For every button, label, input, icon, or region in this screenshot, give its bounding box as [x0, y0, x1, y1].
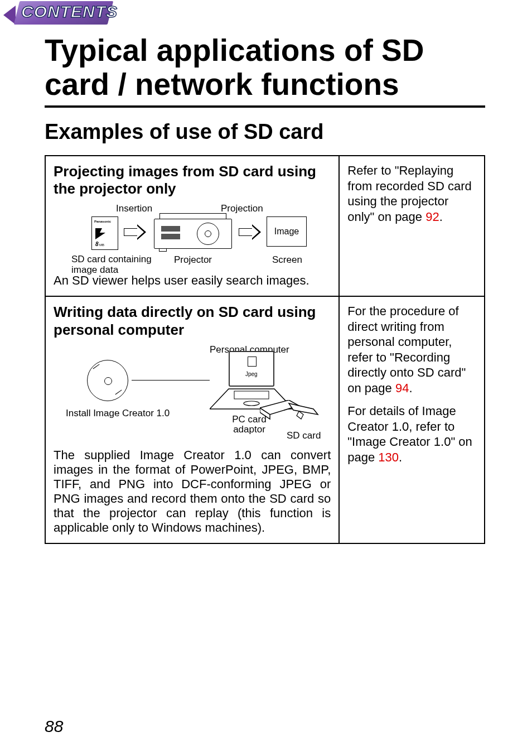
row2-heading: Writing data directly on SD card using p… [54, 304, 331, 338]
label-image: Image [274, 227, 299, 237]
row1-left: Projecting images from SD card using the… [46, 156, 340, 296]
row2-ref2-tail: . [399, 450, 402, 464]
row2-ref-p1: For the procedure of direct writing from… [347, 304, 476, 396]
row2-ref-p2: For details of Image Creator 1.0, refer … [347, 403, 476, 465]
table-row: Projecting images from SD card using the… [46, 156, 484, 297]
row1-ref-lead: Refer to "Replaying from recorded SD car… [347, 163, 472, 224]
row2-ref: For the procedure of direct writing from… [340, 297, 484, 542]
svg-text:8: 8 [95, 241, 99, 247]
svg-marker-8 [289, 403, 318, 415]
page-link-94[interactable]: 94 [395, 381, 409, 395]
label-install: Install Image Creator 1.0 [66, 408, 170, 419]
sd-card-icon: Panasonic 8 MB [91, 216, 118, 250]
label-sd-caption: SD card containing image data [71, 254, 161, 275]
label-projector: Projector [174, 254, 212, 266]
row2-left: Writing data directly on SD card using p… [46, 297, 340, 542]
arrow-icon [124, 224, 146, 240]
label-projection: Projection [221, 203, 263, 214]
page-link-92[interactable]: 92 [425, 210, 439, 224]
projector-icon [154, 213, 232, 252]
back-triangle-icon [3, 6, 16, 25]
screen-icon: Image [267, 216, 307, 247]
contents-tab-label: CONTENTS [21, 2, 118, 21]
connector-line [132, 380, 210, 381]
row2-diagram: Personal computer Jpeg [54, 344, 331, 445]
page-number: 88 [45, 717, 63, 736]
section-subtitle: Examples of use of SD card [45, 120, 532, 144]
svg-text:MB: MB [99, 243, 104, 247]
row2-ref2-lead: For details of Image Creator 1.0, refer … [347, 404, 472, 464]
examples-table: Projecting images from SD card using the… [45, 155, 485, 544]
page-title: Typical applications of SD card / networ… [45, 33, 485, 108]
row1-desc: An SD viewer helps user easily search im… [54, 273, 331, 288]
contents-header[interactable]: CONTENTS [0, 0, 532, 30]
row1-ref-text: Refer to "Replaying from recorded SD car… [347, 163, 476, 224]
label-sd-card: SD card [287, 430, 321, 441]
row2-desc: The supplied Image Creator 1.0 can conve… [54, 448, 331, 535]
svg-text:Panasonic: Panasonic [94, 220, 112, 223]
row1-diagram: Insertion Projection Panasonic 8 MB [54, 203, 331, 270]
page-link-130[interactable]: 130 [378, 450, 399, 464]
label-jpeg: Jpeg [245, 371, 258, 377]
row2-ref1-tail: . [409, 381, 412, 395]
label-pc-card-adaptor: PC card adaptor [230, 415, 269, 435]
row1-heading: Projecting images from SD card using the… [54, 163, 331, 198]
cd-icon [87, 360, 128, 401]
arrow-icon [239, 224, 261, 240]
row1-ref: Refer to "Replaying from recorded SD car… [340, 156, 484, 296]
row1-ref-tail: . [439, 210, 443, 224]
label-screen: Screen [272, 254, 302, 266]
table-row: Writing data directly on SD card using p… [46, 297, 484, 542]
label-insertion: Insertion [116, 203, 152, 214]
